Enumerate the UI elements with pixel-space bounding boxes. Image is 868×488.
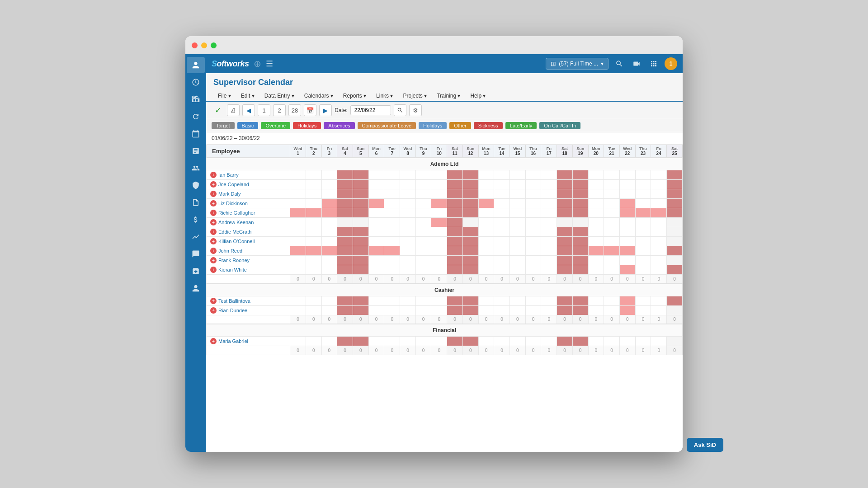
calendar-cell[interactable] xyxy=(462,170,478,180)
calendar-cell[interactable] xyxy=(651,256,667,265)
menu-calendars[interactable]: Calendars ▾ xyxy=(300,91,338,101)
calendar-cell[interactable] xyxy=(557,227,573,237)
calendar-cell[interactable] xyxy=(337,237,353,246)
calendar-cell[interactable] xyxy=(337,337,353,346)
calendar-cell[interactable] xyxy=(541,265,557,275)
calendar-cell[interactable] xyxy=(384,246,400,256)
calendar-cell[interactable] xyxy=(651,265,667,275)
calendar-cell[interactable] xyxy=(431,305,447,315)
calendar-cell[interactable] xyxy=(604,256,620,265)
calendar-cell[interactable] xyxy=(494,337,510,346)
calendar-cell[interactable] xyxy=(400,199,416,208)
calendar-cell[interactable] xyxy=(368,246,384,256)
calendar-cell[interactable] xyxy=(400,227,416,237)
employee-name-cell[interactable]: Joe Copeland xyxy=(207,180,290,189)
calendar-cell[interactable] xyxy=(619,208,635,218)
calendar-cell[interactable] xyxy=(368,170,384,180)
calendar-cell[interactable] xyxy=(353,246,368,256)
calendar-cell[interactable] xyxy=(588,189,604,199)
calendar-cell[interactable] xyxy=(604,208,620,218)
calendar-cell[interactable] xyxy=(509,170,525,180)
calendar-cell[interactable] xyxy=(337,180,353,189)
calendar-cell[interactable] xyxy=(667,305,683,315)
calendar-cell[interactable] xyxy=(619,180,635,189)
calendar-cell[interactable] xyxy=(572,256,588,265)
calendar-cell[interactable] xyxy=(572,296,588,305)
calendar-cell[interactable] xyxy=(572,189,588,199)
calendar-cell[interactable] xyxy=(337,227,353,237)
sidebar-item-logs[interactable] xyxy=(187,246,205,262)
employee-name-cell[interactable]: Mark Daly xyxy=(207,189,290,199)
calendar-cell[interactable] xyxy=(588,237,604,246)
calendar-cell[interactable] xyxy=(462,296,478,305)
calendar-cell[interactable] xyxy=(337,305,353,315)
calendar-cell[interactable] xyxy=(447,246,463,256)
calendar-cell[interactable] xyxy=(368,337,384,346)
calendar-cell[interactable] xyxy=(541,256,557,265)
calendar-cell[interactable] xyxy=(525,199,541,208)
calendar-cell[interactable] xyxy=(525,305,541,315)
calendar-cell[interactable] xyxy=(290,256,306,265)
calendar-cell[interactable] xyxy=(306,189,321,199)
calendar-cell[interactable] xyxy=(415,305,431,315)
calendar-cell[interactable] xyxy=(290,208,306,218)
calendar-cell[interactable] xyxy=(509,337,525,346)
calendar-cell[interactable] xyxy=(447,189,463,199)
calendar-cell[interactable] xyxy=(368,180,384,189)
calendar-cell[interactable] xyxy=(588,180,604,189)
calendar-cell[interactable] xyxy=(635,170,651,180)
employee-name-cell[interactable]: Maria Gabriel xyxy=(207,337,290,346)
ask-sid-button[interactable]: Ask SiD xyxy=(687,438,723,452)
employee-name-cell[interactable]: Liz Dickinson xyxy=(207,199,290,208)
calendar-cell[interactable] xyxy=(604,237,620,246)
calendar-cell[interactable] xyxy=(384,170,400,180)
calendar-cell[interactable] xyxy=(667,227,683,237)
sidebar-item-calendar[interactable] xyxy=(187,126,205,142)
calendar-cell[interactable] xyxy=(415,170,431,180)
calendar-cell[interactable] xyxy=(557,246,573,256)
video-icon[interactable] xyxy=(630,57,643,70)
calendar-cell[interactable] xyxy=(431,246,447,256)
calendar-cell[interactable] xyxy=(494,227,510,237)
calendar-cell[interactable] xyxy=(447,218,463,227)
nav-28-button[interactable]: 28 xyxy=(288,104,301,116)
calendar-cell[interactable] xyxy=(619,256,635,265)
calendar-cell[interactable] xyxy=(572,180,588,189)
calendar-cell[interactable] xyxy=(306,218,321,227)
calendar-cell[interactable] xyxy=(494,180,510,189)
calendar-cell[interactable] xyxy=(635,208,651,218)
calendar-cell[interactable] xyxy=(572,170,588,180)
calendar-cell[interactable] xyxy=(635,218,651,227)
calendar-cell[interactable] xyxy=(290,227,306,237)
calendar-cell[interactable] xyxy=(619,296,635,305)
calendar-cell[interactable] xyxy=(384,199,400,208)
calendar-cell[interactable] xyxy=(368,227,384,237)
calendar-cell[interactable] xyxy=(478,246,494,256)
employee-name-cell[interactable]: Rian Dundee xyxy=(207,305,290,315)
calendar-cell[interactable] xyxy=(557,237,573,246)
menu-icon[interactable]: ☰ xyxy=(266,59,273,69)
calendar-cell[interactable] xyxy=(651,199,667,208)
calendar-cell[interactable] xyxy=(572,265,588,275)
calendar-cell[interactable] xyxy=(431,265,447,275)
calendar-cell[interactable] xyxy=(588,337,604,346)
calendar-cell[interactable] xyxy=(353,218,368,227)
calendar-cell[interactable] xyxy=(321,337,337,346)
calendar-cell[interactable] xyxy=(306,296,321,305)
calendar-cell[interactable] xyxy=(604,199,620,208)
sidebar-item-refresh[interactable] xyxy=(187,108,205,125)
calendar-cell[interactable] xyxy=(306,227,321,237)
calendar-cell[interactable] xyxy=(415,199,431,208)
grid-icon[interactable] xyxy=(647,57,660,70)
calendar-cell[interactable] xyxy=(588,227,604,237)
calendar-cell[interactable] xyxy=(572,337,588,346)
calendar-cell[interactable] xyxy=(604,337,620,346)
calendar-cell[interactable] xyxy=(353,180,368,189)
calendar-cell[interactable] xyxy=(431,227,447,237)
calendar-cell[interactable] xyxy=(368,189,384,199)
calendar-cell[interactable] xyxy=(384,218,400,227)
calendar-cell[interactable] xyxy=(478,170,494,180)
calendar-cell[interactable] xyxy=(635,265,651,275)
calendar-cell[interactable] xyxy=(525,237,541,246)
calendar-cell[interactable] xyxy=(478,218,494,227)
